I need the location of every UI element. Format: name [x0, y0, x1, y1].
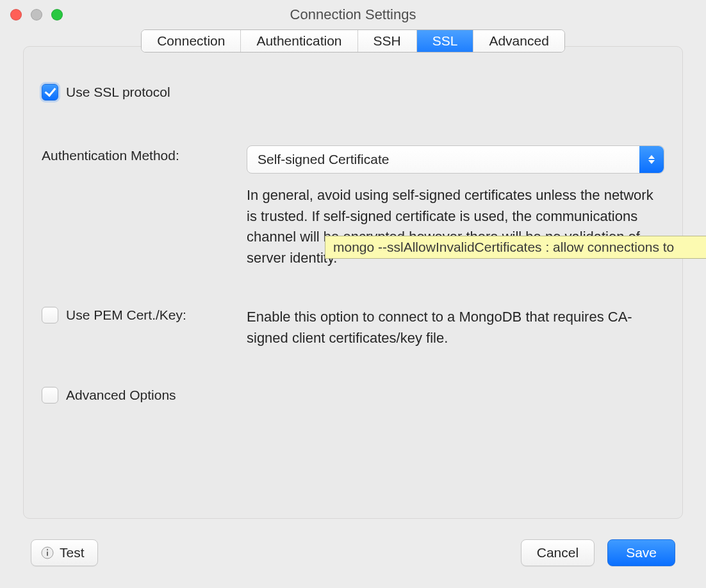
- select-handle-icon: [639, 146, 664, 173]
- tab-ssl[interactable]: SSL: [417, 30, 474, 52]
- use-pem-label: Use PEM Cert./Key:: [66, 307, 186, 323]
- minimize-window-button[interactable]: [31, 9, 42, 20]
- close-window-button[interactable]: [10, 9, 22, 20]
- test-button[interactable]: Test: [31, 539, 98, 566]
- titlebar: Connection Settings: [0, 0, 706, 29]
- use-ssl-label: Use SSL protocol: [66, 85, 170, 100]
- cancel-button[interactable]: Cancel: [521, 539, 595, 566]
- tooltip: mongo --sslAllowInvalidCertificates : al…: [325, 236, 706, 259]
- traffic-lights: [10, 9, 63, 20]
- segmented-tabs: Connection Authentication SSH SSL Advanc…: [141, 29, 565, 53]
- use-ssl-checkbox[interactable]: [42, 84, 58, 101]
- auth-method-value: Self-signed Certificate: [258, 152, 389, 167]
- use-pem-checkbox[interactable]: [42, 307, 58, 323]
- auth-method-select[interactable]: Self-signed Certificate: [247, 145, 664, 174]
- auth-method-label: Authentication Method:: [42, 145, 247, 163]
- tab-authentication[interactable]: Authentication: [241, 30, 357, 52]
- save-button-label: Save: [626, 545, 657, 560]
- save-button[interactable]: Save: [607, 539, 675, 566]
- cancel-button-label: Cancel: [537, 545, 579, 560]
- info-icon: [40, 546, 54, 560]
- use-pem-row: Use PEM Cert./Key:: [42, 307, 186, 323]
- maximize-window-button[interactable]: [51, 9, 63, 20]
- advanced-options-checkbox[interactable]: [42, 387, 58, 404]
- test-button-label: Test: [60, 545, 85, 560]
- svg-rect-1: [47, 551, 48, 556]
- chevron-down-icon: [648, 160, 655, 164]
- advanced-options-label: Advanced Options: [66, 388, 176, 403]
- tab-connection[interactable]: Connection: [142, 30, 241, 52]
- chevron-up-icon: [648, 155, 655, 159]
- use-pem-description: Enable this option to connect to a Mongo…: [247, 307, 664, 348]
- advanced-options-row: Advanced Options: [42, 387, 176, 404]
- tab-advanced[interactable]: Advanced: [473, 30, 564, 52]
- tab-bar: Connection Authentication SSH SSL Advanc…: [0, 29, 706, 58]
- footer: Test Cancel Save: [0, 528, 706, 588]
- ssl-panel: Use SSL protocol Authentication Method: …: [23, 46, 683, 519]
- tab-ssh[interactable]: SSH: [358, 30, 417, 52]
- window-title: Connection Settings: [8, 6, 698, 23]
- svg-rect-2: [47, 549, 48, 551]
- use-ssl-row: Use SSL protocol: [42, 84, 170, 101]
